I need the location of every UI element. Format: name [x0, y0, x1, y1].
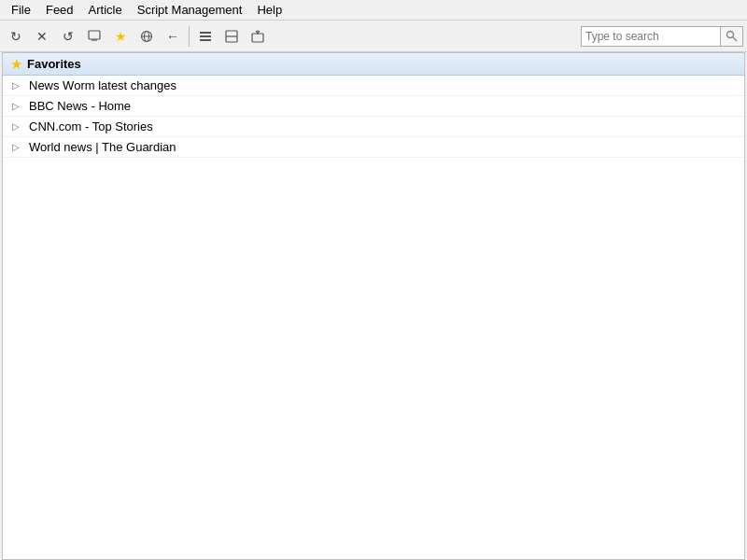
feed-item-1[interactable]: ▷ BBC News - Home	[3, 96, 744, 117]
menu-feed[interactable]: Feed	[38, 1, 81, 19]
menu-script-management[interactable]: Script Management	[130, 1, 250, 19]
toolbar: ↻ ✕ ↺ ★ ←	[0, 21, 747, 52]
update-button[interactable]: ↺	[56, 24, 80, 49]
feed-title-3: World news | The Guardian	[29, 140, 176, 154]
svg-rect-5	[200, 32, 211, 34]
feed-title-1: BBC News - Home	[29, 99, 131, 113]
feed-title-2: CNN.com - Top Stories	[29, 119, 153, 133]
star-button[interactable]: ★	[108, 24, 133, 49]
globe-button[interactable]	[134, 24, 159, 49]
stop-button[interactable]: ✕	[30, 24, 54, 49]
favorites-header: ★ Favorites	[3, 53, 744, 76]
refresh-button[interactable]: ↻	[4, 24, 28, 49]
feed-item-0[interactable]: ▷ News Worm latest changes	[3, 76, 744, 96]
menu-help[interactable]: Help	[249, 1, 289, 19]
feed-item-3[interactable]: ▷ World news | The Guardian	[3, 137, 744, 158]
separator-1	[189, 26, 190, 47]
view-split-button[interactable]	[219, 24, 244, 49]
svg-line-13	[733, 37, 737, 41]
view-list-button[interactable]	[193, 24, 218, 49]
export-button[interactable]	[246, 24, 270, 49]
back-button[interactable]: ←	[161, 24, 185, 49]
favorites-star-icon: ★	[10, 56, 22, 73]
search-input[interactable]	[581, 26, 721, 47]
svg-rect-0	[89, 31, 100, 39]
search-button[interactable]	[721, 26, 743, 47]
content-area: ★ Favorites ▷ News Worm latest changes ▷…	[2, 52, 745, 560]
expand-arrow-1[interactable]: ▷	[10, 101, 21, 112]
expand-arrow-0[interactable]: ▷	[10, 80, 21, 91]
download-button[interactable]	[82, 24, 106, 49]
search-area	[581, 26, 743, 47]
expand-arrow-2[interactable]: ▷	[10, 121, 21, 133]
feed-item-2[interactable]: ▷ CNN.com - Top Stories	[3, 117, 744, 137]
svg-point-12	[727, 32, 734, 38]
svg-rect-7	[200, 39, 211, 41]
menu-file[interactable]: File	[4, 1, 38, 19]
menu-bar: File Feed Article Script Management Help	[0, 0, 747, 21]
svg-rect-10	[252, 34, 263, 42]
menu-article[interactable]: Article	[81, 1, 130, 19]
feed-title-0: News Worm latest changes	[29, 78, 176, 92]
favorites-label: Favorites	[27, 57, 81, 71]
svg-rect-6	[200, 35, 211, 37]
expand-arrow-3[interactable]: ▷	[10, 142, 21, 153]
